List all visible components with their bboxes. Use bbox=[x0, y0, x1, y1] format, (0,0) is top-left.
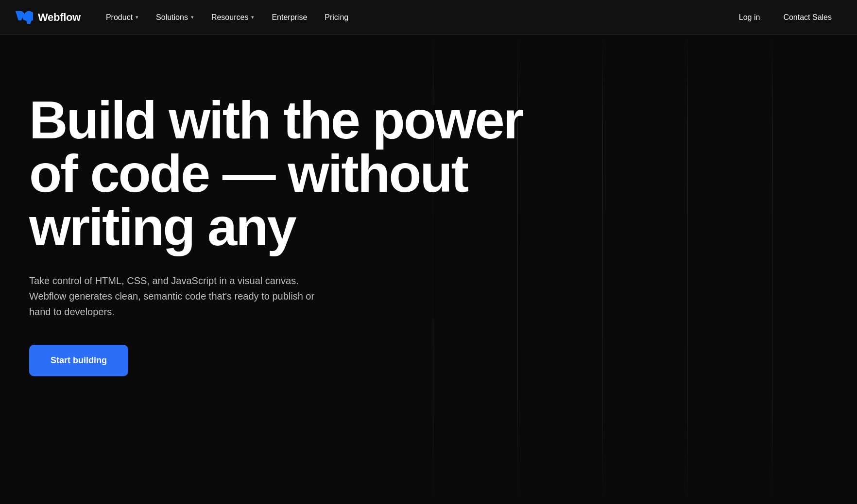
start-building-button[interactable]: Start building bbox=[29, 345, 128, 376]
hero-line-3 bbox=[602, 35, 603, 504]
main-nav: Webflow Product ▾ Solutions ▾ Resources … bbox=[0, 0, 857, 35]
nav-item-enterprise[interactable]: Enterprise bbox=[264, 9, 315, 26]
nav-item-pricing[interactable]: Pricing bbox=[317, 9, 356, 26]
contact-sales-link[interactable]: Contact Sales bbox=[773, 9, 841, 26]
hero-section: Build with the power of code — without w… bbox=[0, 35, 857, 504]
webflow-logo-icon bbox=[16, 11, 33, 24]
nav-links: Product ▾ Solutions ▾ Resources ▾ Enterp… bbox=[98, 9, 729, 26]
hero-subtext: Take control of HTML, CSS, and JavaScrip… bbox=[29, 273, 330, 319]
hero-line-4 bbox=[687, 35, 688, 504]
chevron-down-icon: ▾ bbox=[191, 14, 194, 20]
nav-right: Log in Contact Sales bbox=[729, 9, 841, 26]
logo-link[interactable]: Webflow bbox=[16, 11, 81, 24]
login-link[interactable]: Log in bbox=[729, 9, 770, 26]
hero-content: Build with the power of code — without w… bbox=[29, 93, 523, 376]
chevron-down-icon: ▾ bbox=[251, 14, 254, 20]
nav-item-solutions[interactable]: Solutions ▾ bbox=[148, 9, 202, 26]
nav-item-product[interactable]: Product ▾ bbox=[98, 9, 146, 26]
hero-headline: Build with the power of code — without w… bbox=[29, 93, 523, 253]
logo-text: Webflow bbox=[38, 11, 81, 24]
hero-line-5 bbox=[772, 35, 772, 504]
chevron-down-icon: ▾ bbox=[136, 14, 138, 20]
nav-item-resources[interactable]: Resources ▾ bbox=[204, 9, 262, 26]
